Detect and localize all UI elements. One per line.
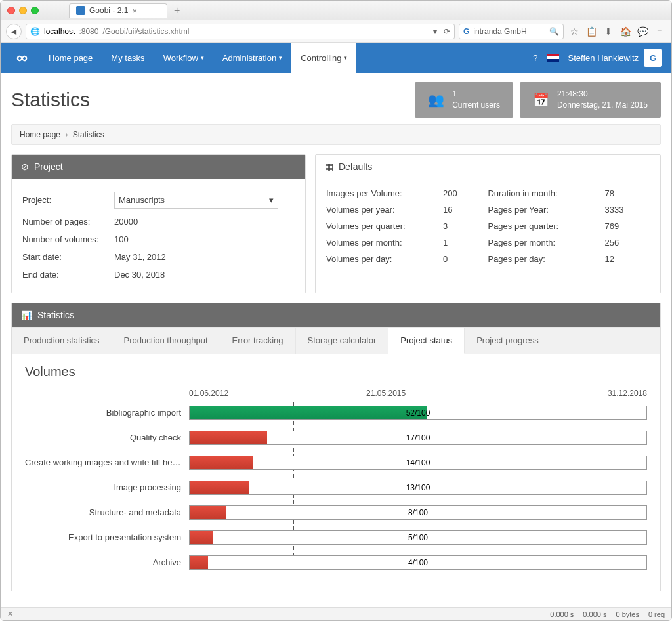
project-panel: ⊘ Project Project: Manuscripts ▾ Number … bbox=[11, 154, 306, 293]
chart-bar-text: 13/100 bbox=[190, 481, 646, 494]
url-host: localhost bbox=[44, 27, 75, 36]
def-label: Volumes per year: bbox=[326, 205, 443, 215]
breadcrumb-home[interactable]: Home page bbox=[20, 130, 60, 139]
def-label: Pages per Year: bbox=[488, 205, 604, 215]
url-port: :8080 bbox=[79, 27, 98, 36]
chart-row-label: Structure- and metadata bbox=[25, 507, 181, 517]
globe-icon: 🌐 bbox=[30, 27, 40, 36]
bookmark-star-icon[interactable]: ☆ bbox=[568, 26, 581, 37]
reader-mode-icon[interactable]: ▾ bbox=[433, 27, 437, 36]
chart-row: Bibliographic import52/100 bbox=[189, 406, 647, 420]
project-label: Project: bbox=[22, 195, 114, 205]
tab-storage-calculator[interactable]: Storage calculator bbox=[296, 328, 389, 354]
def-value: 12 bbox=[605, 254, 650, 264]
browser-tab-title: Goobi - 2.1 bbox=[89, 6, 128, 15]
nav-workflow[interactable]: Workflow▾ bbox=[154, 43, 213, 73]
chart-row-label: Archive bbox=[25, 557, 181, 567]
statistics-tabs: Production statistics Production through… bbox=[12, 327, 660, 354]
chart-bar-track: 17/100 bbox=[189, 431, 647, 445]
browser-tab[interactable]: Goobi - 2.1 × bbox=[69, 3, 167, 18]
tab-project-status[interactable]: Project status bbox=[388, 328, 465, 354]
browser-search-box[interactable]: G intranda GmbH 🔍 bbox=[459, 24, 564, 39]
menu-icon[interactable]: ≡ bbox=[653, 26, 666, 37]
nav-administration[interactable]: Administration▾ bbox=[213, 43, 291, 73]
chart-bar-track: 5/100 bbox=[189, 530, 647, 545]
chart-row-label: Export to presentation system bbox=[25, 532, 181, 542]
tab-project-progress[interactable]: Project progress bbox=[465, 328, 551, 354]
window-minimize-icon[interactable] bbox=[19, 7, 27, 14]
end-value: Dec 30, 2018 bbox=[114, 270, 165, 280]
window-zoom-icon[interactable] bbox=[31, 7, 39, 14]
volumes-chart: 01.06.2012 21.05.2015 31.12.2018 Bibliog… bbox=[25, 389, 647, 570]
statistics-panel: 📊 Statistics Production statistics Produ… bbox=[11, 303, 661, 591]
chat-icon[interactable]: 💬 bbox=[636, 26, 649, 37]
breadcrumb-current: Statistics bbox=[73, 130, 104, 139]
close-icon[interactable]: ✕ bbox=[7, 610, 13, 618]
url-bar[interactable]: 🌐 localhost:8080/Goobi/uii/statistics.xh… bbox=[26, 24, 455, 39]
pages-value: 20000 bbox=[114, 217, 138, 226]
users-icon: 👥 bbox=[428, 92, 444, 108]
current-users-card: 👥 1 Current users bbox=[415, 82, 513, 118]
downloads-icon[interactable]: ⬇ bbox=[602, 26, 615, 37]
chart-bar-track: 14/100 bbox=[189, 456, 647, 470]
chevron-down-icon: ▾ bbox=[269, 195, 274, 205]
tab-production-statistics[interactable]: Production statistics bbox=[12, 328, 112, 354]
def-label: Images per Volume: bbox=[326, 188, 443, 198]
status-bytes: 0 bytes bbox=[616, 610, 639, 618]
chart-row: Structure- and metadata8/100 bbox=[189, 505, 647, 520]
def-value: 16 bbox=[443, 205, 488, 215]
start-value: May 31, 2012 bbox=[114, 252, 166, 262]
end-label: End date: bbox=[22, 270, 114, 280]
chart-row: Export to presentation system5/100 bbox=[189, 530, 647, 545]
user-menu[interactable]: Steffen Hankiewitz G bbox=[568, 49, 662, 67]
nav-controlling[interactable]: Controlling▾ bbox=[291, 43, 356, 73]
scale-today: 21.05.2015 bbox=[366, 389, 406, 398]
def-value: 3 bbox=[443, 221, 488, 231]
def-label: Pages per quarter: bbox=[488, 221, 604, 231]
chart-scale: 01.06.2012 21.05.2015 31.12.2018 bbox=[189, 389, 647, 400]
chart-row-label: Create working images and write tiff hea… bbox=[25, 458, 181, 467]
new-tab-button[interactable]: + bbox=[170, 5, 184, 16]
def-value: 1 bbox=[443, 238, 488, 247]
scale-end: 31.12.2018 bbox=[608, 389, 647, 398]
app-logo-icon[interactable]: ∞ bbox=[16, 49, 39, 67]
search-icon[interactable]: 🔍 bbox=[549, 27, 559, 36]
pages-label: Number of pages: bbox=[22, 217, 114, 226]
clipboard-icon[interactable]: 📋 bbox=[585, 26, 598, 37]
chart-bar-track: 13/100 bbox=[189, 481, 647, 495]
tab-production-throughput[interactable]: Production throughput bbox=[112, 328, 220, 354]
volumes-label: Number of volumes: bbox=[22, 234, 114, 244]
window-close-icon[interactable] bbox=[7, 7, 15, 14]
project-select-value: Manuscripts bbox=[119, 195, 165, 205]
chart-bar-text: 14/100 bbox=[190, 456, 646, 469]
block-icon: ⊘ bbox=[21, 161, 29, 172]
chart-bar-text: 5/100 bbox=[190, 531, 646, 544]
back-button[interactable]: ◄ bbox=[6, 24, 22, 39]
nav-home[interactable]: Home page bbox=[39, 43, 102, 73]
chevron-right-icon: › bbox=[62, 130, 70, 139]
def-value: 78 bbox=[605, 188, 650, 198]
search-placeholder: intranda GmbH bbox=[473, 27, 526, 36]
def-label: Pages per day: bbox=[488, 254, 604, 264]
volumes-value: 100 bbox=[114, 234, 129, 244]
datetime-card: 📅 21:48:30 Donnerstag, 21. Mai 2015 bbox=[520, 82, 661, 118]
def-label: Volumes per month: bbox=[326, 238, 443, 247]
reload-icon[interactable]: ⟳ bbox=[444, 27, 450, 36]
nav-tasks[interactable]: My tasks bbox=[102, 43, 154, 73]
project-select[interactable]: Manuscripts ▾ bbox=[114, 192, 278, 209]
project-panel-header: ⊘ Project bbox=[12, 155, 305, 179]
language-flag-icon[interactable] bbox=[547, 54, 559, 62]
tab-error-tracking[interactable]: Error tracking bbox=[220, 328, 296, 354]
tab-close-icon[interactable]: × bbox=[132, 6, 137, 16]
chart-row: Image processing13/100 bbox=[189, 481, 647, 495]
browser-statusbar: ✕ 0.000 s 0.000 s 0 bytes 0 req bbox=[1, 607, 671, 620]
users-count: 1 bbox=[452, 89, 500, 100]
chart-row: Archive4/100 bbox=[189, 555, 647, 570]
def-value: 200 bbox=[443, 188, 488, 198]
home-icon[interactable]: 🏠 bbox=[619, 26, 632, 37]
project-title: Project bbox=[34, 161, 63, 172]
chart-bar-text: 4/100 bbox=[190, 556, 646, 569]
help-icon[interactable]: ? bbox=[533, 53, 537, 63]
clock-time: 21:48:30 bbox=[557, 89, 648, 100]
user-logo-icon: G bbox=[644, 49, 662, 67]
